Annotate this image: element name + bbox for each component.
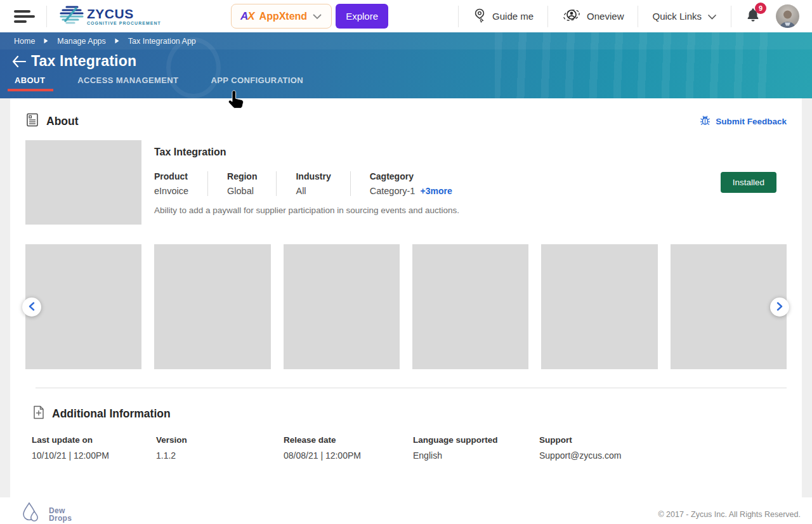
breadcrumb-current-page: Tax Integration App xyxy=(128,37,196,46)
copyright-text: © 2017 - Zycus Inc. All Rights Reserved. xyxy=(658,510,801,519)
app-meta-region: Region Global xyxy=(227,171,277,196)
page-plus-icon xyxy=(32,405,45,422)
document-icon xyxy=(25,112,39,130)
page-hero: Home Manage Apps Tax Integration App Tax… xyxy=(0,32,812,98)
appxtend-dropdown[interactable]: AX AppXtend xyxy=(231,4,332,29)
screenshot-placeholder xyxy=(25,244,141,369)
about-page-card: About xyxy=(10,98,802,497)
breadcrumb-manage-apps[interactable]: Manage Apps xyxy=(57,37,105,46)
nav-divider xyxy=(731,6,731,27)
tab-app-configuration[interactable]: APP CONFIGURATION xyxy=(211,75,303,91)
app-logo-placeholder xyxy=(25,140,141,225)
nav-divider xyxy=(46,6,47,27)
bug-icon xyxy=(699,114,711,128)
info-support: Support Support@zycus.com xyxy=(539,435,787,461)
zycus-logo-name: ZYCUS xyxy=(87,7,161,20)
screenshot-placeholder xyxy=(671,244,787,369)
screenshot-carousel xyxy=(10,244,802,369)
location-pin-icon xyxy=(473,8,487,25)
appxtend-label: AppXtend xyxy=(259,11,308,22)
additional-info-section-title: Additional Information xyxy=(52,407,171,421)
app-meta-category: Cagtegory Category-1 +3more xyxy=(370,171,471,196)
chevron-down-icon xyxy=(707,11,717,22)
quick-links-dropdown[interactable]: Quick Links xyxy=(638,11,731,22)
additional-info-fields: Last update on 10/10/21 | 12:00PM Versio… xyxy=(25,435,787,461)
info-release-date: Release date 08/08/21 | 12:00PM xyxy=(284,435,413,461)
oneview-icon xyxy=(562,7,581,25)
breadcrumb: Home Manage Apps Tax Integration App xyxy=(0,32,812,49)
page-footer: Dew Drops © 2017 - Zycus Inc. All Rights… xyxy=(0,497,812,524)
content-background: About xyxy=(0,98,812,497)
installed-status-button[interactable]: Installed xyxy=(721,172,776,193)
category-more-link[interactable]: +3more xyxy=(420,186,452,196)
info-last-update: Last update on 10/10/21 | 12:00PM xyxy=(32,435,156,461)
guide-me-label: Guide me xyxy=(492,11,534,22)
notification-badge: 9 xyxy=(755,3,766,14)
screenshot-placeholder xyxy=(154,244,270,369)
about-section-title: About xyxy=(46,115,79,128)
water-drops-icon xyxy=(19,501,44,524)
info-language: Language supported English xyxy=(413,435,539,461)
notifications-button[interactable]: 9 xyxy=(745,7,761,26)
zycus-logo-icon xyxy=(58,4,85,29)
back-arrow-icon[interactable] xyxy=(11,54,27,69)
hamburger-menu-icon[interactable] xyxy=(14,10,36,23)
info-version: Version 1.1.2 xyxy=(156,435,284,461)
app-meta-industry: Industry All xyxy=(296,171,350,196)
guide-me-button[interactable]: Guide me xyxy=(459,8,547,25)
bell-icon xyxy=(745,15,761,25)
page-title: Tax Integration xyxy=(31,53,136,70)
carousel-next-button[interactable] xyxy=(770,298,789,317)
breadcrumb-home[interactable]: Home xyxy=(14,37,35,46)
breadcrumb-separator-icon xyxy=(115,38,119,44)
dew-drops-logo: Dew Drops xyxy=(19,501,72,524)
screenshot-placeholder xyxy=(412,244,528,369)
chevron-right-icon xyxy=(776,302,783,313)
zycus-logo[interactable]: ZYCUS COGNITIVE PROCUREMENT xyxy=(58,4,161,29)
carousel-prev-button[interactable] xyxy=(22,298,41,317)
tab-about[interactable]: ABOUT xyxy=(15,75,45,91)
quick-links-label: Quick Links xyxy=(652,11,702,22)
app-name: Tax Integration xyxy=(154,147,721,158)
oneview-label: Oneview xyxy=(587,11,624,22)
screenshot-placeholder xyxy=(541,244,657,369)
submit-feedback-label: Submit Feedback xyxy=(716,117,787,126)
user-avatar[interactable] xyxy=(776,4,799,28)
tab-bar: ABOUT ACCESS MANAGEMENT APP CONFIGURATIO… xyxy=(0,75,812,91)
tab-access-management[interactable]: ACCESS MANAGEMENT xyxy=(77,75,178,91)
app-meta-row: Product eInvoice Region Global Industry … xyxy=(154,171,721,196)
submit-feedback-link[interactable]: Submit Feedback xyxy=(699,114,787,128)
oneview-button[interactable]: Oneview xyxy=(548,7,638,25)
appxtend-logo-icon: AX xyxy=(240,10,254,23)
screenshot-placeholder xyxy=(284,244,400,369)
app-description: Ability to add a paywall for supplier pa… xyxy=(154,206,721,215)
zycus-logo-tagline: COGNITIVE PROCUREMENT xyxy=(87,22,161,26)
breadcrumb-separator-icon xyxy=(44,38,48,44)
chevron-down-icon xyxy=(312,11,322,22)
chevron-left-icon xyxy=(29,302,35,313)
app-meta-product: Product eInvoice xyxy=(154,171,208,196)
top-navigation-bar: ZYCUS COGNITIVE PROCUREMENT AX AppXtend … xyxy=(0,0,812,32)
explore-button[interactable]: Explore xyxy=(336,4,388,29)
support-email-link[interactable]: Support@zycus.com xyxy=(539,450,787,461)
dew-drops-line2: Drops xyxy=(49,514,72,523)
